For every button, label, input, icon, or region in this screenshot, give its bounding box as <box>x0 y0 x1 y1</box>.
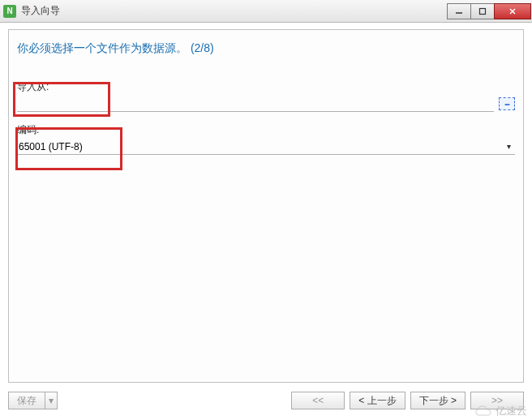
prev-button[interactable]: < 上一步 <box>350 392 405 409</box>
wizard-nav: << < 上一步 下一步 > >> <box>291 392 524 409</box>
wizard-heading: 你必须选择一个文件作为数据源。 (2/8) <box>17 41 515 56</box>
browse-button[interactable]: ••• <box>499 97 515 110</box>
encoding-value: 65001 (UTF-8) <box>17 141 502 152</box>
ellipsis-icon: ••• <box>504 101 508 108</box>
next-button[interactable]: 下一步 > <box>410 392 466 409</box>
chevron-down-icon: ▾ <box>49 395 54 406</box>
svg-rect-1 <box>480 8 486 14</box>
first-button[interactable]: << <box>291 392 345 409</box>
app-icon: N <box>3 5 16 18</box>
encoding-select[interactable]: 65001 (UTF-8) ▾ <box>17 139 515 155</box>
wizard-footer: 保存 ▾ << < 上一步 下一步 > >> <box>8 389 524 412</box>
window-controls <box>448 3 531 19</box>
import-from-label: 导入从: <box>17 80 515 94</box>
close-button[interactable] <box>494 3 531 19</box>
save-button[interactable]: 保存 <box>8 392 45 409</box>
save-caret-button[interactable]: ▾ <box>45 392 58 409</box>
save-label: 保存 <box>17 394 36 408</box>
titlebar: N 导入向导 <box>0 0 532 23</box>
encoding-group: 编码: 65001 (UTF-8) ▾ <box>17 123 515 155</box>
chevron-down-icon: ▾ <box>502 142 515 151</box>
import-from-group: 导入从: ••• <box>17 80 515 112</box>
encoding-label: 编码: <box>17 123 515 137</box>
window-title: 导入向导 <box>21 4 448 18</box>
maximize-button[interactable] <box>470 3 495 19</box>
save-split-button: 保存 ▾ <box>8 392 58 409</box>
minimize-button[interactable] <box>447 3 471 19</box>
last-button[interactable]: >> <box>470 392 524 409</box>
import-from-input[interactable] <box>17 96 494 112</box>
wizard-panel: 你必须选择一个文件作为数据源。 (2/8) 导入从: ••• 编码: 65001… <box>8 29 524 383</box>
